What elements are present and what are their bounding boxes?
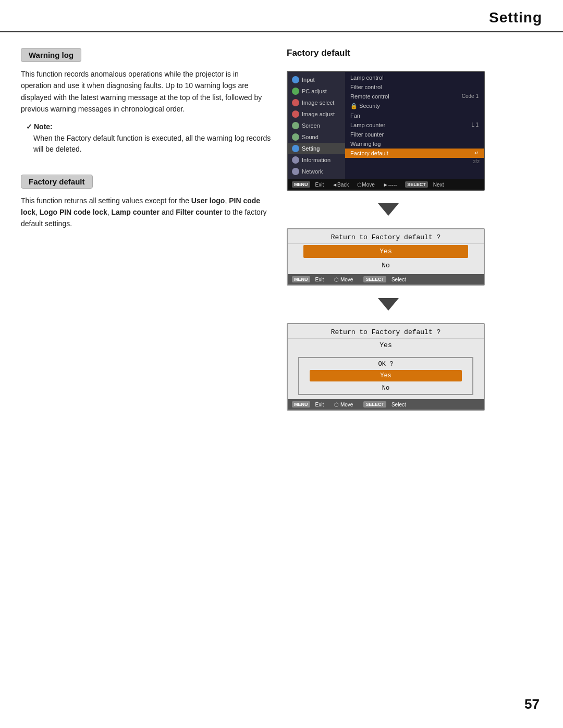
content-area: Warning log This function records anomal… (0, 32, 563, 431)
menu-item-imageadjust: Image adjust (288, 108, 345, 120)
menu-right-lamp-counter: Lamp counter L 1 (345, 120, 484, 130)
menu-item-input: Input (288, 74, 345, 85)
dialog2-inner-no[interactable]: No (299, 382, 472, 394)
dialog1-option-no[interactable]: No (288, 259, 484, 272)
factory-default-right-label: Factory default (287, 48, 490, 58)
warning-log-description: This function records anomalous operatio… (21, 68, 271, 115)
sound-icon (292, 133, 299, 141)
menu-right-warning-log: Warning log (345, 139, 484, 149)
dialog1-title: Return to Factory default ? (288, 229, 484, 244)
menu-item-setting: Setting (288, 143, 345, 154)
menu-item-pcadjust: PC adjust (288, 85, 345, 97)
input-icon (292, 76, 299, 83)
warning-log-section: Warning log This function records anomal… (21, 48, 271, 155)
menu-item-imageselect: Image select (288, 97, 345, 108)
dialog2-bar: MENU Exit ⬡ Move SELECT Select (288, 399, 484, 410)
menu-bottom-bar: MENU Exit ◄Back ⬡Move ►----- SELECT Next (288, 179, 484, 190)
note-label: Note: (26, 122, 271, 131)
menu-left-nav: Input PC adjust Image select Image adjus… (288, 72, 345, 179)
menu-right-items: Lamp control Filter control Remote contr… (345, 72, 484, 179)
menu-right-filter-control: Filter control (345, 82, 484, 92)
menu-right-remote-control: Remote control Code 1 (345, 92, 484, 101)
dialog1-option-yes[interactable]: Yes (303, 245, 468, 258)
pcadjust-icon (292, 88, 299, 95)
arrow-triangle-2 (378, 298, 399, 311)
menu-right-security: 🔒 Security (345, 101, 484, 111)
imageselect-icon (292, 99, 299, 106)
dialog2-outer-yes: Yes (288, 339, 484, 352)
menu-btn-menu: MENU (292, 181, 310, 188)
menu-right-filter-counter: Filter counter (345, 130, 484, 139)
dialog2-inner: OK ? Yes No (298, 357, 473, 395)
note-text: When the Factory default function is exe… (33, 133, 271, 155)
setting-icon (292, 145, 299, 152)
warning-log-badge: Warning log (21, 48, 81, 62)
dialog1-btn-menu: MENU (292, 276, 310, 282)
network-icon (292, 168, 299, 175)
dialog2-inner-title: OK ? (299, 358, 472, 369)
menu-right-fan: Fan (345, 111, 484, 120)
factory-default-section: Factory default This function returns al… (21, 175, 271, 230)
menu-sidebar: Input PC adjust Image select Image adjus… (288, 72, 484, 179)
dialog2-btn-select: SELECT (363, 401, 386, 408)
menu-item-information: Information (288, 154, 345, 166)
screen-icon (292, 122, 299, 129)
dialog1-bar: MENU Exit ⬡ Move SELECT Select (288, 274, 484, 285)
left-column: Warning log This function records anomal… (21, 48, 271, 411)
dialog2-outer-title: Return to Factory default ? (288, 324, 484, 339)
arrow-triangle-1 (378, 203, 399, 216)
dialog-factory-default-2: Return to Factory default ? Yes OK ? Yes… (287, 323, 485, 411)
page-title: Setting (489, 9, 542, 26)
projector-menu-screenshot: Input PC adjust Image select Image adjus… (287, 71, 485, 191)
factory-default-badge: Factory default (21, 175, 93, 189)
menu-item-screen: Screen (288, 120, 345, 131)
information-icon (292, 156, 299, 164)
right-column: Factory default Input PC adjust Im (287, 48, 490, 411)
dialog1-btn-select: SELECT (363, 276, 386, 282)
menu-page-num: 2/2 (473, 159, 480, 164)
menu-right-factory-default: Factory default ↵ (345, 149, 484, 158)
factory-default-description: This function returns all setting values… (21, 195, 271, 230)
dialog2-inner-yes[interactable]: Yes (310, 370, 462, 381)
page-number: 57 (524, 696, 540, 712)
dialog-factory-default-1: Return to Factory default ? Yes No MENU … (287, 228, 485, 286)
menu-item-network: Network (288, 166, 345, 177)
arrow-down-2 (287, 298, 490, 311)
menu-item-sound: Sound (288, 131, 345, 143)
dialog2-btn-menu: MENU (292, 401, 310, 408)
arrow-down-1 (287, 203, 490, 216)
menu-right-lamp-control: Lamp control (345, 73, 484, 82)
imageadjust-icon (292, 110, 299, 118)
menu-btn-select: SELECT (405, 181, 428, 188)
note-block: Note: When the Factory default function … (26, 122, 271, 155)
page-header: Setting (0, 0, 563, 32)
